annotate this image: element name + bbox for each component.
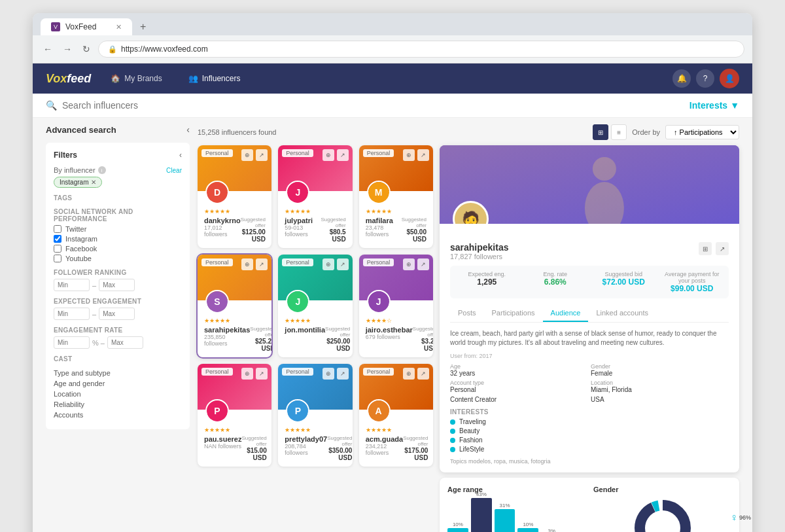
- notification-button[interactable]: 🔔: [672, 69, 691, 88]
- rate-max-input[interactable]: [107, 336, 143, 349]
- type-subtype-filter[interactable]: Type and subtype: [54, 369, 182, 377]
- browser-window: V VoxFeed ✕ + ← → ↻ 🔒 https://www.voxfee…: [33, 13, 752, 532]
- card-username: jairo.esthebar: [366, 326, 413, 334]
- influencer-card[interactable]: Personal ⊕ ↗ S ★★★★★ sarahipekitas 235,8…: [198, 255, 271, 357]
- youtube-checkbox-row: Youtube: [54, 255, 182, 262]
- gender-chart: Gender: [593, 486, 731, 532]
- influencer-card[interactable]: Personal ⊕ ↗ A ★★★★★ acm.guada 234,212 f…: [359, 364, 433, 467]
- detail-tab[interactable]: Audience: [543, 305, 589, 322]
- card-save-button[interactable]: ⊕: [403, 149, 415, 161]
- card-actions: ⊕ ↗: [323, 149, 349, 161]
- reload-button[interactable]: ↻: [80, 41, 93, 57]
- topics-row: Topics modelos, ropa, musica, fotogria: [450, 458, 729, 465]
- twitter-checkbox[interactable]: [54, 225, 61, 233]
- influencer-card[interactable]: Personal ⊕ ↗ J ★★★★☆ jairo.esthebar 679 …: [359, 255, 433, 357]
- forward-button[interactable]: →: [60, 41, 75, 57]
- card-avatar: J: [286, 181, 309, 204]
- follower-max-input[interactable]: [99, 279, 135, 291]
- card-offer-label: Suggested offer: [241, 435, 266, 447]
- search-input[interactable]: [62, 100, 258, 111]
- detail-tabs: PostsParticipationsAudienceLinked accoun…: [450, 305, 729, 323]
- avatar-initials: 👤: [725, 74, 735, 83]
- engagement-rate-filter: Engagement rate % –: [54, 327, 182, 349]
- engagement-min-input[interactable]: [54, 308, 90, 320]
- people-icon: 👥: [188, 74, 198, 83]
- interests-button[interactable]: Interests ▼: [689, 100, 739, 111]
- age-gender-filter[interactable]: Age and gender: [54, 380, 182, 387]
- card-link-button[interactable]: ↗: [417, 258, 429, 270]
- back-button[interactable]: ←: [41, 41, 55, 57]
- card-save-button[interactable]: ⊕: [323, 368, 334, 380]
- card-link-button[interactable]: ↗: [256, 149, 268, 161]
- influencer-card[interactable]: Personal ⊕ ↗ P ★★★★★ pau.suerez NAN foll…: [198, 364, 271, 467]
- card-header: Personal ⊕ ↗ M: [359, 145, 433, 204]
- influencer-card[interactable]: Personal ⊕ ↗ J ★★★★★ jon.montilia Sugges…: [278, 255, 352, 357]
- detail-tab[interactable]: Posts: [450, 305, 484, 322]
- card-link-button[interactable]: ↗: [337, 368, 349, 380]
- card-link-button[interactable]: ↗: [337, 258, 349, 270]
- nav-my-brands[interactable]: 🏠 My Brands: [104, 71, 168, 86]
- card-save-button[interactable]: ⊕: [323, 149, 334, 161]
- active-tab[interactable]: V VoxFeed ✕: [41, 18, 132, 35]
- topics-label: Topics: [450, 458, 468, 465]
- detail-tab[interactable]: Linked accounts: [588, 305, 656, 322]
- card-save-button[interactable]: ⊕: [241, 258, 253, 270]
- collapse-sidebar-button[interactable]: ‹: [186, 124, 190, 135]
- svg-point-2: [593, 157, 616, 181]
- instagram-chip[interactable]: Instagram ✕: [54, 177, 102, 188]
- card-link-button[interactable]: ↗: [417, 149, 429, 161]
- card-link-button[interactable]: ↗: [256, 258, 268, 270]
- card-link-button[interactable]: ↗: [417, 368, 429, 380]
- instagram-checkbox[interactable]: [54, 235, 61, 243]
- order-by-select[interactable]: ↑ Participations: [665, 125, 739, 139]
- card-username: mafilara: [366, 217, 398, 224]
- age-value: 32 years: [450, 370, 588, 377]
- lock-icon: 🔒: [108, 45, 117, 54]
- card-save-button[interactable]: ⊕: [241, 368, 253, 380]
- bar-group: 10% 13-17: [447, 522, 468, 532]
- age-range-title: Age range: [447, 486, 585, 493]
- list-view-button[interactable]: ≡: [611, 124, 627, 140]
- share-action-icon[interactable]: ↗: [716, 242, 729, 255]
- user-avatar[interactable]: 👤: [720, 69, 739, 88]
- accounts-filter[interactable]: Accounts: [54, 411, 182, 419]
- card-left: mafilara 23,478 followers: [366, 217, 398, 238]
- search-bar-row: 🔍 Interests ▼: [33, 94, 752, 118]
- nav-influencers[interactable]: 👥 Influencers: [182, 71, 247, 86]
- filters-title: Filters: [54, 151, 77, 160]
- card-avatar: P: [205, 399, 229, 423]
- engagement-max-input[interactable]: [99, 308, 135, 320]
- location-filter[interactable]: Location: [54, 390, 182, 398]
- facebook-checkbox[interactable]: [54, 245, 61, 253]
- card-avatar: S: [205, 290, 229, 313]
- influencer-card[interactable]: Personal ⊕ ↗ D ★★★★★ dankykrno 17,012 fo…: [198, 145, 271, 248]
- card-info-row: jon.montilia Suggested offer $250.00 USD: [285, 326, 345, 352]
- bar-value: 10%: [523, 522, 533, 527]
- influencer-card[interactable]: Personal ⊕ ↗ P ★★★★★ prettylady07 208,78…: [278, 364, 352, 467]
- card-link-button[interactable]: ↗: [337, 149, 349, 161]
- card-avatar: J: [286, 290, 309, 313]
- influencer-card[interactable]: Personal ⊕ ↗ M ★★★★★ mafilara 23,478 fol…: [359, 145, 433, 248]
- new-tab-button[interactable]: +: [135, 18, 151, 35]
- rate-min-input[interactable]: [54, 336, 90, 349]
- detail-tab[interactable]: Participations: [484, 305, 543, 322]
- influencer-card[interactable]: Personal ⊕ ↗ J ★★★★★ julypatri 59-013 fo…: [278, 145, 352, 248]
- filters-collapse-button[interactable]: ‹: [179, 151, 182, 160]
- clear-button[interactable]: Clear: [166, 167, 182, 174]
- grid-view-button[interactable]: ⊞: [593, 124, 608, 140]
- card-save-button[interactable]: ⊕: [323, 258, 334, 270]
- help-button[interactable]: ?: [696, 69, 714, 88]
- card-save-button[interactable]: ⊕: [241, 149, 253, 161]
- grid-action-icon[interactable]: ⊞: [699, 242, 712, 255]
- card-save-button[interactable]: ⊕: [403, 258, 415, 270]
- reliability-filter[interactable]: Reliability: [54, 400, 182, 408]
- card-actions: ⊕ ↗: [403, 368, 429, 380]
- follower-min-input[interactable]: [54, 279, 90, 291]
- remove-instagram-button[interactable]: ✕: [91, 179, 96, 186]
- tab-close-button[interactable]: ✕: [116, 23, 122, 31]
- card-link-button[interactable]: ↗: [256, 368, 268, 380]
- address-bar[interactable]: 🔒 https://www.voxfeed.com: [98, 41, 744, 58]
- card-save-button[interactable]: ⊕: [403, 368, 415, 380]
- youtube-checkbox[interactable]: [54, 255, 61, 262]
- card-offer: Suggested offer $125.00 USD: [241, 217, 266, 243]
